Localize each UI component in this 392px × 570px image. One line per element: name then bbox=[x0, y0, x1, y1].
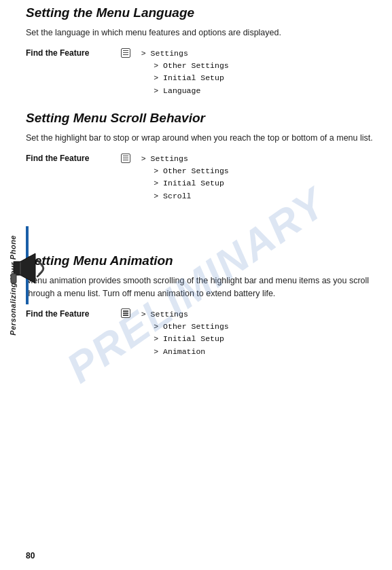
menu-icon-animation bbox=[121, 308, 130, 318]
feature-path-scroll: > Settings > Other Settings > Initial Se… bbox=[121, 153, 229, 203]
feature-path-animation: > Settings > Other Settings > Initial Se… bbox=[121, 308, 229, 359]
megaphone-spacer bbox=[26, 216, 385, 253]
svg-marker-0 bbox=[14, 253, 35, 283]
feature-row-scroll: Find the Feature > Settings > Other Sett… bbox=[26, 153, 385, 203]
section-language: Setting the Menu Language Set the langua… bbox=[26, 5, 385, 97]
page-container: PRELIMINARY Personalizing Your Phone Set… bbox=[0, 0, 392, 570]
section-animation-title: Setting Menu Animation bbox=[26, 253, 385, 269]
feature-label-scroll: Find the Feature bbox=[26, 153, 121, 163]
feature-label-language: Find the Feature bbox=[26, 48, 121, 58]
menu-icon-language bbox=[121, 48, 130, 58]
section-animation: Setting Menu Animation Menu animation pr… bbox=[26, 253, 385, 358]
section-language-body: Set the language in which menu features … bbox=[26, 26, 385, 39]
megaphone-icon bbox=[1, 241, 49, 292]
section-language-title: Setting the Menu Language bbox=[26, 5, 385, 21]
section-scroll-title: Setting Menu Scroll Behavior bbox=[26, 111, 385, 126]
section-scroll: Setting Menu Scroll Behavior Set the hig… bbox=[26, 111, 385, 202]
section-animation-body: Menu animation provides smooth scrolling… bbox=[26, 274, 385, 300]
main-content: Setting the Menu Language Set the langua… bbox=[26, 0, 385, 385]
section-scroll-body: Set the highlight bar to stop or wrap ar… bbox=[26, 132, 385, 145]
feature-row-language: Find the Feature > Settings > Other Sett… bbox=[26, 48, 385, 98]
feature-row-animation: Find the Feature > Settings > Other Sett… bbox=[26, 308, 385, 359]
feature-label-animation: Find the Feature bbox=[26, 308, 121, 319]
menu-icon-scroll bbox=[121, 154, 130, 163]
page-number: 80 bbox=[26, 551, 35, 560]
svg-rect-1 bbox=[11, 274, 16, 283]
feature-path-language: > Settings > Other Settings > Initial Se… bbox=[121, 48, 229, 98]
